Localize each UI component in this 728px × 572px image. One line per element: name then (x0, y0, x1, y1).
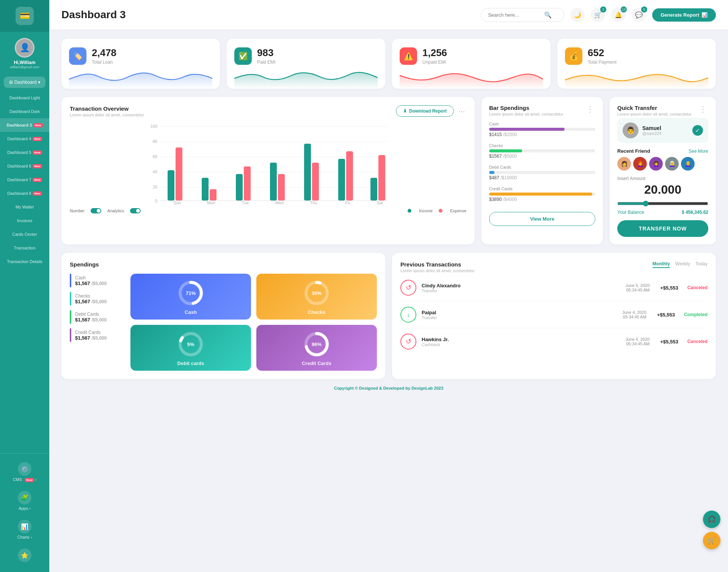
friend-avatar-2[interactable]: 👩‍🦰 (633, 157, 647, 171)
bottom-row: Spendings Cash $1,567 /$5,000 (61, 253, 716, 379)
generate-report-button[interactable]: Generate Report 📊 (652, 8, 716, 22)
view-more-button[interactable]: View More (489, 212, 595, 226)
tab-monthly[interactable]: Monthly (653, 261, 670, 268)
see-more-link[interactable]: See More (689, 149, 708, 154)
chat-btn[interactable]: 💬 5 (632, 8, 646, 22)
new-badge: New (33, 191, 42, 196)
download-report-button[interactable]: ⬇ Download Report (396, 105, 454, 117)
friend-avatar-4[interactable]: 👩‍🦳 (665, 157, 679, 171)
new-badge: New (25, 478, 34, 482)
sidebar-item-cards[interactable]: Cards Center (0, 227, 49, 241)
total-loan-value: 2,478 (92, 47, 116, 59)
sidebar-item-dashboard6[interactable]: Dashboard 6 New (0, 159, 49, 173)
bar-chart-svg: 100 80 60 40 20 0 Sun (70, 121, 466, 204)
total-loan-label: Total Loan (92, 60, 116, 65)
total-payment-icon: 💰 (565, 47, 582, 65)
bell-btn[interactable]: 🔔 12 (611, 8, 626, 22)
trans-date-2: June 4, 2020 05:34:45 AM (622, 310, 646, 319)
stat-card-unpaid-emi: ⚠️ 1,256 Unpaid EMI (392, 39, 551, 89)
sidebar-item-dashboard5[interactable]: Dashboard 5 New (0, 146, 49, 159)
view-more-label: View More (530, 216, 554, 222)
moon-toggle-btn[interactable]: 🌙 (570, 8, 585, 22)
svg-text:Mon: Mon (207, 201, 215, 204)
total-payment-wave (565, 68, 708, 89)
income-dot (408, 209, 411, 213)
friend-avatar-5[interactable]: 👩‍🦲 (681, 157, 695, 171)
sidebar-item-cms[interactable]: ⚙️ CMS New › (0, 458, 49, 486)
sidebar-item-transaction[interactable]: Transaction (0, 241, 49, 255)
friend-avatar-3[interactable]: 👩‍🦱 (649, 157, 663, 171)
apps-icon: 🧩 (18, 491, 31, 505)
page-title: Dashboard 3 (61, 9, 126, 21)
total-payment-value: 652 (588, 47, 617, 59)
sidebar-item-invoices[interactable]: Invoices (0, 214, 49, 227)
sidebar-item-favorites[interactable]: ⭐ (0, 544, 49, 568)
credit-circle-label: Credit Cards (302, 360, 331, 366)
bar-spendings-more-icon[interactable]: ⋮ (585, 105, 595, 114)
transaction-row-3: ↺ Hawkins Jr. Cashback June 4, 2020 05:3… (400, 328, 708, 355)
bar-spendings-card: Bar Spendings Lorem ipsum dolor sit amet… (482, 97, 603, 244)
sidebar-item-dashboard8[interactable]: Dashboard 8 New (0, 186, 49, 200)
sidebar-item-transaction-details[interactable]: Transaction Details (0, 255, 49, 268)
svg-rect-32 (378, 155, 385, 201)
transaction-list: ↺ Cindy Alexandro Transfer June 5, 2020 … (400, 274, 708, 355)
number-toggle[interactable] (91, 208, 101, 213)
sidebar-item-dashboard7[interactable]: Dashboard 7 New (0, 173, 49, 186)
debit-circle-label: Debit cards (177, 360, 204, 366)
unpaid-emi-wave (400, 68, 543, 89)
unpaid-emi-icon: ⚠️ (400, 47, 417, 65)
transaction-overview-card: Transaction Overview Lorem ipsum dolor s… (61, 97, 475, 244)
cart-fab[interactable]: 🛒 (703, 532, 720, 549)
middle-row: Transaction Overview Lorem ipsum dolor s… (61, 97, 716, 244)
transfer-now-button[interactable]: TRANSFER NOW (617, 220, 708, 237)
svg-rect-23 (236, 174, 243, 201)
sidebar-item-dashboard4[interactable]: Dashboard 4 New (0, 132, 49, 146)
trans-amount-2: +$5,553 (657, 312, 675, 318)
transfer-user-name: Samuel (642, 125, 661, 131)
paid-emi-value: 983 (257, 47, 276, 59)
paid-emi-label: Paid EMI (257, 60, 276, 65)
more-options-icon[interactable]: ··· (457, 107, 466, 116)
tab-today[interactable]: Today (695, 261, 708, 268)
spendings-item-debit: Debit Cards $1,567 /$5,000 (70, 310, 130, 324)
sidebar-item-charts[interactable]: 📊 Charts › (0, 515, 49, 544)
cart-btn[interactable]: 🛒 2 (591, 8, 605, 22)
sidebar-item-dashboard-dark[interactable]: Dashboard Dark (0, 105, 49, 118)
spending-circle-credit: 96% Credit Cards (256, 325, 377, 371)
support-fab[interactable]: 🎧 (703, 511, 720, 528)
sidebar-item-dashboard3[interactable]: Dashboard 3 New (0, 118, 49, 132)
balance-value: $ 456,345.62 (682, 210, 708, 215)
transfer-check-icon: ✓ (692, 125, 703, 136)
search-input[interactable] (488, 12, 541, 18)
svg-rect-25 (270, 163, 277, 201)
recent-friend-label: Recent Friend (617, 148, 650, 154)
amount-slider[interactable] (617, 201, 708, 207)
total-loan-icon: 🏷️ (69, 47, 86, 65)
grid-icon: ⊞ (9, 80, 13, 85)
transfer-user-avatar: 👨 (623, 122, 639, 138)
footer-brand[interactable]: DexignLab (411, 386, 433, 390)
amount-display: 20.000 (617, 183, 708, 197)
search-box[interactable]: 🔍 (481, 8, 564, 22)
search-icon: 🔍 (544, 11, 552, 19)
sidebar-item-apps[interactable]: 🧩 Apps › (0, 486, 49, 515)
bar-spendings-title: Bar Spendings (489, 105, 563, 111)
quick-transfer-card: Quick Transfer Lorem ipsum dolor sit ame… (610, 97, 716, 244)
spending-circle-cash: 71% Cash (130, 274, 251, 320)
bell-icon: 🔔 (615, 11, 622, 19)
stat-card-paid-emi: ✅ 983 Paid EMI (227, 39, 385, 89)
expense-legend-label: Expense (450, 208, 466, 213)
spending-circles: 71% Cash 30% Checks (130, 274, 377, 371)
tab-weekly[interactable]: Weekly (675, 261, 690, 268)
sidebar-item-dashboard-light[interactable]: Dashboard Light (0, 91, 49, 105)
analytics-toggle[interactable] (130, 208, 141, 213)
sidebar-item-wallet[interactable]: My Wallet (0, 200, 49, 214)
dashboard-dropdown-btn[interactable]: ⊞ Dashboard ▾ (4, 77, 46, 88)
quick-transfer-more-icon[interactable]: ⋮ (698, 105, 708, 114)
chevron-down-icon: ▾ (38, 80, 40, 85)
svg-rect-20 (176, 147, 182, 201)
svg-text:40: 40 (153, 169, 157, 174)
friend-avatar-1[interactable]: 👩 (617, 157, 631, 171)
fab-container: 🎧 🛒 (703, 511, 720, 549)
header: Dashboard 3 🔍 🌙 🛒 2 🔔 12 💬 5 Gen (49, 0, 728, 30)
